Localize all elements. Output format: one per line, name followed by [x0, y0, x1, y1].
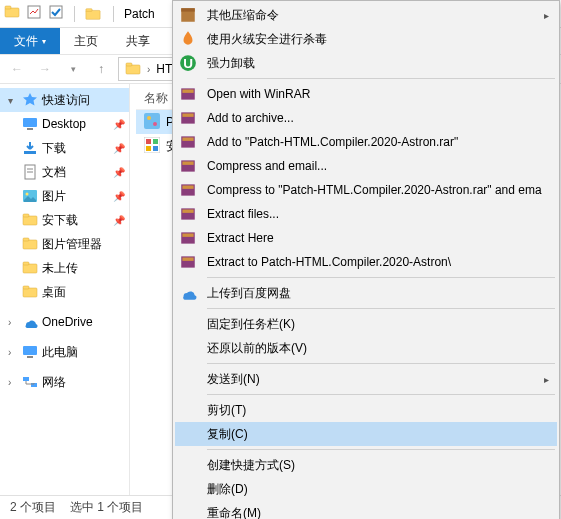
- svg-rect-9: [27, 128, 33, 130]
- menu-huorong-scan[interactable]: 使用火绒安全进行杀毒: [175, 27, 557, 51]
- nav-back-button[interactable]: ←: [6, 58, 28, 80]
- folder-icon: [22, 236, 38, 252]
- winrar-icon: [179, 205, 197, 223]
- nav-recent-button[interactable]: ▾: [62, 58, 84, 80]
- nav-notuploaded[interactable]: 未上传: [0, 256, 129, 280]
- svg-rect-10: [24, 151, 36, 154]
- menu-force-uninstall[interactable]: U强力卸载: [175, 51, 557, 75]
- nav-picmanager[interactable]: 图片管理器: [0, 232, 129, 256]
- chevron-right-icon[interactable]: ›: [8, 377, 18, 388]
- window-title: Patch: [124, 7, 155, 21]
- menu-compress-to-email[interactable]: Compress to "Patch-HTML.Compiler.2020-As…: [175, 178, 557, 202]
- breadcrumb-folder-icon: [123, 61, 143, 77]
- menu-baidu-upload[interactable]: 上传到百度网盘: [175, 281, 557, 305]
- chevron-right-icon[interactable]: ›: [8, 347, 18, 358]
- svg-rect-33: [153, 139, 158, 144]
- chevron-right-icon[interactable]: ›: [147, 64, 150, 75]
- pc-icon: [22, 344, 38, 360]
- menu-extract-to[interactable]: Extract to Patch-HTML.Compiler.2020-Astr…: [175, 250, 557, 274]
- svg-rect-32: [146, 139, 151, 144]
- menu-send-to[interactable]: 发送到(N)▸: [175, 367, 557, 391]
- nav-desktop2[interactable]: 桌面: [0, 280, 129, 304]
- qat-properties-icon[interactable]: [26, 4, 42, 23]
- menu-extract-files[interactable]: Extract files...: [175, 202, 557, 226]
- folder-icon: [22, 284, 38, 300]
- svg-rect-28: [144, 113, 160, 129]
- nav-desktop[interactable]: Desktop📌: [0, 112, 129, 136]
- nav-downloads[interactable]: 下载📌: [0, 136, 129, 160]
- svg-text:U: U: [183, 56, 193, 71]
- chevron-down-icon[interactable]: ▾: [8, 95, 18, 106]
- svg-rect-22: [23, 288, 37, 297]
- pin-icon: 📌: [113, 191, 125, 202]
- winrar-icon: [179, 157, 197, 175]
- svg-rect-23: [23, 286, 29, 289]
- menu-add-archive[interactable]: Add to archive...: [175, 106, 557, 130]
- pin-icon: 📌: [113, 143, 125, 154]
- picture-icon: [22, 188, 38, 204]
- svg-rect-5: [86, 8, 92, 11]
- svg-rect-34: [146, 146, 151, 151]
- onedrive-icon: [22, 314, 38, 330]
- uninstall-icon: U: [179, 54, 197, 72]
- tab-home[interactable]: 主页: [60, 28, 112, 54]
- menu-restore-previous[interactable]: 还原以前的版本(V): [175, 336, 557, 360]
- menu-add-to-named[interactable]: Add to "Patch-HTML.Compiler.2020-Astron.…: [175, 130, 557, 154]
- menu-separator: [207, 449, 555, 450]
- menu-extract-here[interactable]: Extract Here: [175, 226, 557, 250]
- menu-copy[interactable]: 复制(C): [175, 422, 557, 446]
- nav-pictures[interactable]: 图片📌: [0, 184, 129, 208]
- menu-open-winrar[interactable]: Open with WinRAR: [175, 82, 557, 106]
- svg-rect-41: [182, 90, 193, 93]
- app-icon: [144, 137, 160, 156]
- nav-forward-button[interactable]: →: [34, 58, 56, 80]
- qat-checkbox-icon[interactable]: [48, 4, 64, 23]
- context-menu: 其他压缩命令▸ 使用火绒安全进行杀毒 U强力卸载 Open with WinRA…: [172, 0, 560, 519]
- pin-icon: 📌: [113, 215, 125, 226]
- svg-rect-51: [182, 210, 193, 213]
- nav-onedrive[interactable]: ›OneDrive: [0, 310, 129, 334]
- winrar-icon: [179, 133, 197, 151]
- svg-rect-19: [23, 238, 29, 241]
- svg-rect-20: [23, 264, 37, 273]
- archive-icon: [179, 6, 197, 24]
- flame-icon: [179, 30, 197, 48]
- app-icon: [144, 113, 160, 132]
- network-icon: [22, 374, 38, 390]
- svg-rect-6: [126, 65, 140, 74]
- winrar-icon: [179, 109, 197, 127]
- nav-item-label: 快速访问: [42, 92, 90, 109]
- winrar-icon: [179, 229, 197, 247]
- menu-other-compress[interactable]: 其他压缩命令▸: [175, 3, 557, 27]
- svg-rect-45: [182, 138, 193, 141]
- pin-icon: 📌: [113, 167, 125, 178]
- pin-icon: 📌: [113, 119, 125, 130]
- menu-compress-email[interactable]: Compress and email...: [175, 154, 557, 178]
- document-icon: [22, 164, 38, 180]
- tab-share[interactable]: 共享: [112, 28, 164, 54]
- svg-rect-7: [126, 63, 132, 66]
- menu-separator: [207, 394, 555, 395]
- menu-create-shortcut[interactable]: 创建快捷方式(S): [175, 453, 557, 477]
- chevron-right-icon: ▸: [544, 374, 549, 385]
- chevron-right-icon[interactable]: ›: [8, 317, 18, 328]
- qat-explorer-icon[interactable]: [4, 4, 20, 23]
- svg-rect-26: [23, 377, 29, 381]
- menu-rename[interactable]: 重命名(M): [175, 501, 557, 519]
- nav-network[interactable]: ›网络: [0, 370, 129, 394]
- status-item-count: 2 个项目: [10, 499, 56, 516]
- svg-rect-24: [23, 346, 37, 355]
- svg-point-15: [26, 193, 29, 196]
- nav-anxiazai[interactable]: 安下载📌: [0, 208, 129, 232]
- menu-separator: [207, 363, 555, 364]
- menu-pin-taskbar[interactable]: 固定到任务栏(K): [175, 312, 557, 336]
- winrar-icon: [179, 253, 197, 271]
- nav-thispc[interactable]: ›此电脑: [0, 340, 129, 364]
- menu-delete[interactable]: 删除(D): [175, 477, 557, 501]
- nav-up-button[interactable]: ↑: [90, 58, 112, 80]
- nav-quick-access[interactable]: ▾ 快速访问: [0, 88, 129, 112]
- tab-file[interactable]: 文件▾: [0, 28, 60, 54]
- nav-documents[interactable]: 文档📌: [0, 160, 129, 184]
- menu-cut[interactable]: 剪切(T): [175, 398, 557, 422]
- svg-rect-55: [182, 258, 193, 261]
